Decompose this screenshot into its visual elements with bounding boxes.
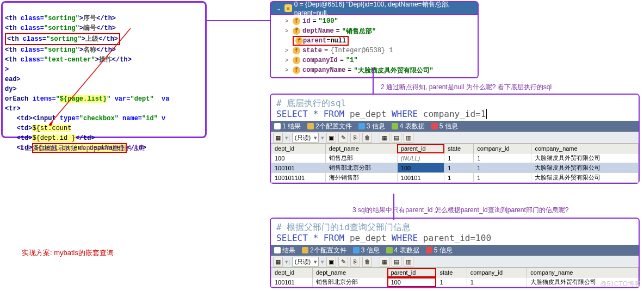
sql2-query: SELECT * FROM pe_dept WHERE parent_id=10…: [276, 233, 633, 244]
tb-btn-c[interactable]: ⎘: [350, 257, 360, 267]
debug-field-name: deptName: [302, 27, 334, 35]
table-row[interactable]: 100101101海外销售部10010111大脸猫皮具外贸有限公司: [271, 173, 639, 183]
cell-company_id: 1: [474, 163, 531, 173]
people-icon: [307, 123, 314, 129]
cell-parent_id: 100: [387, 277, 436, 287]
solution-text: 实现方案: mybatis的嵌套查询: [22, 248, 114, 258]
cell-company_id: 1: [467, 277, 527, 287]
caption-3: 3 sql的结果中只有parent_id 怎么根据parent_id查询到par…: [352, 206, 568, 215]
info-icon: [358, 123, 365, 129]
tb-btn-d[interactable]: 🗑: [362, 133, 372, 143]
col-dept_name[interactable]: dept_name: [312, 268, 387, 277]
col-dept_id[interactable]: dept_id: [271, 144, 326, 153]
tb-btn-e[interactable]: ▦: [380, 257, 389, 267]
debug-root-text: 0 = {Dept@6516} "Dept{id=100, deptName=销…: [294, 0, 476, 17]
debug-field-name: id: [302, 17, 310, 25]
tb-btn-b[interactable]: ✎: [338, 133, 348, 143]
debug-field-row[interactable]: >fdeptName = "销售总部": [283, 26, 475, 36]
tab-msg[interactable]: 5 信息: [431, 122, 458, 131]
col-state[interactable]: state: [436, 268, 467, 277]
debug-field-row[interactable]: fparent = null: [283, 36, 475, 46]
debug-field-value: "100": [319, 17, 338, 25]
chevron-right-icon: >: [283, 57, 290, 64]
col-state[interactable]: state: [444, 144, 474, 153]
debug-root-row[interactable]: ⌄ ≡ 0 = {Dept@6516} "Dept{id=100, deptNa…: [275, 3, 476, 13]
field-badge-icon: f: [293, 66, 300, 74]
svg-line-1: [49, 28, 131, 125]
equals-text: =: [348, 66, 351, 74]
tb-btn-e[interactable]: ▦: [380, 133, 389, 143]
code-td-deptid: <td>${dept.id }</td>: [5, 134, 95, 142]
chevron-right-icon: >: [283, 28, 290, 34]
table-icon: [392, 123, 398, 129]
tb-btn-g[interactable]: ▥: [404, 133, 413, 143]
eq-badge-icon: ≡: [284, 4, 292, 12]
readonly-dropdown[interactable]: (只读): [292, 257, 319, 267]
chevron-down-icon: ⌄: [275, 5, 282, 12]
tb-btn-f[interactable]: ▤: [392, 257, 401, 267]
tab-msg[interactable]: 5 信息: [426, 246, 453, 255]
cell-dept_name: 销售总部: [325, 153, 397, 163]
tab-tabledata[interactable]: 4 表数据: [386, 246, 419, 255]
col-company_name[interactable]: company_name: [527, 268, 639, 277]
grid-icon: [274, 247, 281, 253]
debug-field-name: companyName: [302, 66, 345, 74]
cell-company_id: 1: [474, 153, 531, 163]
col-parent_id[interactable]: parent_id: [387, 268, 436, 277]
col-company_id[interactable]: company_id: [474, 144, 531, 153]
equals-text: =: [312, 17, 316, 25]
tb-btn-f[interactable]: ▤: [392, 133, 401, 143]
debug-field-row[interactable]: >fcompanyId = "1": [283, 55, 475, 65]
tb-btn-d[interactable]: 🗑: [362, 257, 372, 267]
col-parent_id[interactable]: parent_id: [397, 144, 444, 153]
debug-field-value: "1": [346, 57, 358, 64]
debug-field-row[interactable]: >fid = "100": [283, 16, 475, 26]
tb-btn-grid[interactable]: ▦: [273, 257, 283, 267]
tb-btn-b[interactable]: ✎: [338, 257, 348, 267]
field-badge-icon: f: [293, 27, 300, 35]
tb-btn-a[interactable]: ▣: [326, 257, 336, 267]
debug-field-value: "销售总部": [342, 27, 376, 36]
tab-info[interactable]: 3 信息: [358, 122, 385, 131]
equals-text: =: [336, 27, 340, 35]
msg-icon: [431, 123, 438, 129]
cell-parent_id: 100101: [397, 173, 444, 183]
equals-text: =: [326, 37, 330, 45]
tb-btn-grid[interactable]: ▦: [273, 133, 283, 143]
tb-btn-c[interactable]: ⎘: [350, 133, 360, 143]
cell-state: 1: [444, 153, 474, 163]
col-company_id[interactable]: company_id: [467, 268, 527, 277]
debug-field-row[interactable]: >fstate = {Integer@6538} 1: [283, 46, 475, 55]
tb-btn-a[interactable]: ▣: [326, 133, 336, 143]
table-row[interactable]: 100101销售部北京分部10011大脸猫皮具外贸有限公司: [271, 163, 639, 173]
sql2-comment: # 根据父部门的id查询父部门信息: [276, 222, 633, 233]
field-badge-icon: f: [295, 37, 303, 45]
readonly-dropdown[interactable]: (只读): [292, 133, 319, 143]
cell-dept_id: 100101: [271, 163, 326, 173]
tab-info[interactable]: 3 信息: [353, 246, 380, 255]
tab-config[interactable]: 2个配置文件: [302, 246, 346, 255]
sql1-comment: # 底层执行的sql: [276, 98, 633, 109]
table-row[interactable]: 100101销售部北京分部10011大脸猫皮具外贸有限公司: [271, 277, 639, 287]
caption-1: 1 上级位置显示的是 dept.parent里面的信息: [20, 144, 145, 153]
col-dept_id[interactable]: dept_id: [271, 268, 313, 277]
table-row[interactable]: 100销售总部(NULL)11大脸猫皮具外贸有限公司: [271, 153, 639, 163]
col-company_name[interactable]: company_name: [531, 144, 639, 153]
cell-dept_id: 100: [271, 153, 326, 163]
cell-dept_id: 100101101: [271, 173, 326, 183]
tb-btn-g[interactable]: ▥: [404, 257, 413, 267]
cell-parent_id: 100: [397, 163, 444, 173]
debug-field-name: companyId: [302, 57, 338, 64]
field-badge-icon: f: [293, 17, 300, 25]
cell-state: 1: [444, 173, 474, 183]
col-dept_name[interactable]: dept_name: [325, 144, 397, 153]
chevron-right-icon: >: [283, 47, 290, 54]
tab-result[interactable]: 1 结果: [274, 122, 301, 131]
debug-field-row[interactable]: >fcompanyName = "大脸猫皮具外贸有限公司": [283, 65, 475, 75]
code-close: >: [5, 66, 9, 73]
sql1-tabs: 1 结果 2个配置文件 3 信息 4 表数据 5 信息: [271, 121, 639, 132]
tab-tabledata[interactable]: 4 表数据: [392, 122, 425, 131]
tab-result[interactable]: 结果: [274, 246, 295, 255]
sql2-toolbar: ▦ ▾| (只读) ▾ ▣ ✎ ⎘ 🗑 ▦ ▤ ▥: [271, 256, 639, 268]
tab-config[interactable]: 2个配置文件: [307, 122, 352, 131]
